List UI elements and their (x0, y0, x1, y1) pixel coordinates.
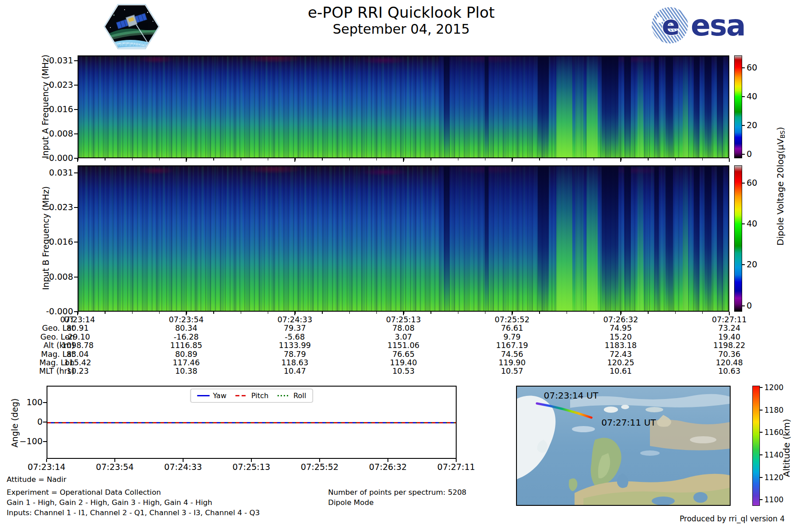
x-major-tick-mark (403, 158, 404, 162)
dipole-cbar-tick-label: 20 (747, 120, 769, 130)
x-major-tick-mark (729, 158, 730, 162)
experiment-text: Experiment = Operational Data Collection (7, 488, 161, 497)
dark-dropout-streak (654, 56, 659, 157)
pitch-line-swatch-icon (235, 395, 248, 396)
ephemeris-cell: 07:25:52 (470, 315, 554, 324)
dipole-cbar-tick-label: 0 (747, 301, 769, 310)
ephemeris-cell: 78.79 (253, 350, 337, 359)
angle-xtick-mark (114, 459, 115, 462)
ephemeris-cell: 1167.19 (470, 341, 554, 350)
freq-tick-label: 0.023 (33, 80, 73, 90)
dipole-cbar-tick-mark (742, 264, 745, 265)
ephemeris-cell: 120.48 (687, 358, 771, 367)
angle-ytick-label: 100 (8, 397, 43, 407)
altitude-cbar-tick-label: 1200 (764, 383, 786, 392)
ephemeris-cell: 9.79 (470, 332, 554, 341)
x-major-tick-mark (729, 312, 730, 315)
attitude-text: Attitude = Nadir (7, 475, 66, 484)
ephemeris-cell: 72.43 (579, 350, 663, 359)
ephemeris-cell: -16.28 (144, 332, 228, 341)
ephemeris-cell: 1198.22 (687, 341, 771, 350)
bright-signal-streak (587, 166, 598, 311)
dark-dropout-streak (444, 56, 450, 157)
angle-plot: YawPitchRoll (47, 386, 457, 459)
dark-dropout-streak (538, 166, 549, 311)
ephemeris-cell: 1183.18 (579, 341, 663, 350)
ephemeris-cell: 70.36 (687, 350, 771, 359)
x-major-tick-mark (294, 312, 295, 315)
ephemeris-cell: 120.25 (579, 358, 663, 367)
bright-signal-streak (683, 166, 688, 311)
dark-dropout-streak (654, 166, 659, 311)
page-date: September 04, 2015 (180, 21, 623, 37)
ephemeris-cell: 80.91 (35, 324, 120, 332)
dark-dropout-streak (624, 56, 631, 157)
dipole-mode-text: Dipole Mode (328, 498, 374, 507)
altitude-cbar-tick-label: 1140 (764, 450, 786, 459)
x-major-tick-mark (77, 158, 78, 162)
dark-dropout-streak (704, 166, 712, 311)
freq-tick-label: -0.000 (33, 153, 73, 163)
freq-tick-label: 0.016 (33, 237, 73, 246)
bright-signal-streak (575, 56, 583, 157)
altitude-cbar-tick-label: 1120 (764, 473, 786, 482)
spectrogram-input-b (78, 165, 729, 312)
dark-dropout-streak (624, 166, 631, 311)
angle-ytick-label: 0 (8, 417, 43, 426)
angle-xtick-label: 07:24:33 (152, 462, 214, 472)
freq-tick-mark (74, 85, 78, 86)
ephemeris-cell: -5.68 (253, 332, 337, 341)
altitude-cbar-tick-mark (760, 454, 763, 455)
x-major-tick-mark (186, 312, 187, 315)
x-major-tick-mark (294, 158, 295, 162)
dark-dropout-streak (485, 56, 489, 157)
ephemeris-cell: 1151.06 (361, 341, 446, 350)
ephemeris-cell: 119.40 (361, 358, 446, 367)
dark-dropout-streak (538, 56, 549, 157)
angle-xtick-label: 07:25:13 (220, 462, 282, 472)
cassiope-patch-graphic: CASSIOPE (103, 2, 160, 51)
roll-line-swatch-icon (278, 395, 290, 396)
esa-logo-text: esa (691, 11, 745, 40)
angle-xtick-label: 07:23:54 (84, 462, 146, 472)
ephemeris-cell: 07:26:32 (579, 315, 663, 324)
x-major-tick-mark (512, 312, 512, 315)
dark-dropout-streak (485, 166, 489, 311)
ephemeris-cell: 80.89 (144, 350, 228, 359)
page-title-block: e-POP RRI Quicklook Plot September 04, 2… (180, 4, 623, 37)
dark-dropout-streak (665, 56, 673, 157)
angle-ytick-mark (43, 441, 47, 442)
freq-tick-mark (74, 133, 78, 134)
dark-dropout-streak (602, 56, 618, 157)
dipole-cbar-tick-mark (742, 96, 745, 97)
cassiope-patch-label: CASSIOPE (116, 42, 148, 47)
altitude-cbar-tick-mark (760, 477, 763, 478)
ephemeris-cell: 10.38 (144, 367, 228, 376)
map-graphic: 07:23:14 UT 07:27:11 UT (517, 387, 730, 505)
bright-signal-streak (575, 166, 583, 311)
dipole-cbar-tick-mark (742, 67, 745, 68)
ephemeris-cell: 07:27:11 (687, 315, 771, 324)
legend-label: Roll (293, 391, 306, 400)
ephemeris-cell: 10.63 (687, 367, 771, 376)
produced-by-text: Produced by rri_ql version 4 (621, 514, 785, 523)
altitude-cbar-tick-mark (760, 499, 763, 500)
dark-dropout-streak (694, 56, 700, 157)
freq-tick-mark (74, 242, 78, 243)
dipole-cbar-tick-label: 40 (747, 91, 769, 101)
dark-dropout-streak (704, 56, 712, 157)
ephemeris-cell: 117.46 (144, 358, 228, 367)
ephemeris-cell: 80.34 (144, 324, 228, 332)
angle-xtick-label: 07:25:52 (289, 462, 351, 472)
dipole-cbar-tick-label: 0 (747, 149, 769, 159)
dipole-cbar-tick-mark (742, 305, 745, 306)
dipole-cbar-tick-mark (742, 223, 745, 224)
x-major-tick-mark (620, 158, 621, 162)
ephemeris-cell: 07:24:33 (253, 315, 337, 324)
angle-xtick-mark (456, 459, 457, 462)
legend-label: Pitch (251, 391, 269, 400)
dipole-colorbar-label: Dipole Voltage 20log(μVBS) (775, 62, 786, 310)
x-major-tick-mark (512, 158, 512, 162)
map-start-label: 07:23:14 UT (544, 390, 598, 401)
legend-item-roll: Roll (278, 391, 306, 400)
